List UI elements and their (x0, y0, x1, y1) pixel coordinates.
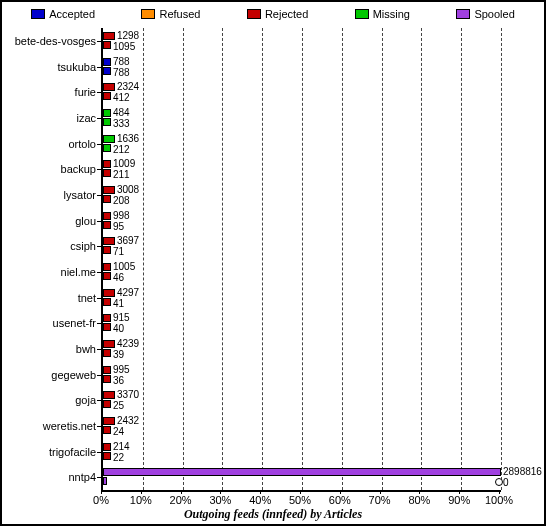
data-row: 369771 (103, 233, 501, 259)
bar-top (103, 443, 111, 451)
value-label-bottom: 1095 (113, 42, 135, 52)
bar-top (103, 289, 115, 297)
xtick-label: 90% (448, 494, 470, 506)
value-label-bottom: 333 (113, 119, 130, 129)
bar-top (103, 417, 115, 425)
data-row: 12981095 (103, 28, 501, 54)
ytick-mark (97, 246, 101, 247)
legend-label: Missing (373, 8, 410, 20)
legend-item-rejected: Rejected (247, 8, 308, 20)
xtick-label: 30% (209, 494, 231, 506)
bar-bottom (103, 452, 111, 460)
ytick-label: furie (2, 86, 96, 98)
bar-bottom (103, 272, 111, 280)
bar-bottom (103, 67, 111, 75)
value-label-bottom: 25 (113, 401, 124, 411)
bar-top (103, 186, 115, 194)
data-row: 21422 (103, 439, 501, 465)
ytick-label: ortolo (2, 138, 96, 150)
value-label-bottom: 22 (113, 453, 124, 463)
ytick-mark (97, 41, 101, 42)
bar-bottom (103, 41, 111, 49)
ytick-label: bete-des-vosges (2, 35, 96, 47)
xtick-label: 50% (289, 494, 311, 506)
ytick-label: nntp4 (2, 471, 96, 483)
ytick-mark (97, 118, 101, 119)
value-label-bottom: 36 (113, 376, 124, 386)
xtick-label: 20% (170, 494, 192, 506)
bar-top (103, 160, 111, 168)
grid-line (501, 28, 502, 490)
data-row: 243224 (103, 413, 501, 439)
data-row: 788788 (103, 54, 501, 80)
ytick-mark (97, 169, 101, 170)
data-row: 337025 (103, 387, 501, 413)
value-label-bottom: 46 (113, 273, 124, 283)
legend-item-refused: Refused (141, 8, 200, 20)
xtick-label: 80% (408, 494, 430, 506)
bar-bottom (103, 298, 111, 306)
value-label-bottom: 95 (113, 222, 124, 232)
bar-bottom (103, 477, 107, 485)
xtick-label: 70% (369, 494, 391, 506)
ytick-label: usenet-fr (2, 317, 96, 329)
value-label-top: 4239 (117, 339, 139, 349)
value-label-top: 998 (113, 211, 130, 221)
ytick-mark (97, 375, 101, 376)
bar-bottom (103, 195, 111, 203)
ytick-label: bwh (2, 343, 96, 355)
data-row: 3008208 (103, 182, 501, 208)
bar-top (103, 263, 111, 271)
legend-label: Spooled (474, 8, 514, 20)
legend-label: Accepted (49, 8, 95, 20)
value-label-top: 995 (113, 365, 130, 375)
value-label-bottom: 41 (113, 299, 124, 309)
chart-frame: Accepted Refused Rejected Missing Spoole… (0, 0, 546, 526)
data-row: 28988160 (103, 464, 501, 490)
xtick-label: 100% (485, 494, 513, 506)
bar-top (103, 32, 115, 40)
ytick-mark (97, 477, 101, 478)
legend-label: Rejected (265, 8, 308, 20)
legend-item-accepted: Accepted (31, 8, 95, 20)
ytick-label: trigofacile (2, 446, 96, 458)
ytick-mark (97, 349, 101, 350)
ytick-label: niel.me (2, 266, 96, 278)
bar-top (103, 366, 111, 374)
bar-bottom (103, 375, 111, 383)
bar-top (103, 109, 111, 117)
value-label-top: 214 (113, 442, 130, 452)
value-label-top: 4297 (117, 288, 139, 298)
xtick-label: 60% (329, 494, 351, 506)
data-row: 99536 (103, 362, 501, 388)
bar-bottom (103, 221, 111, 229)
bar-top (103, 58, 111, 66)
bar-bottom (103, 349, 111, 357)
value-label-top: 1005 (113, 262, 135, 272)
bar-bottom (103, 323, 111, 331)
bar-bottom (103, 400, 111, 408)
ytick-label: gegeweb (2, 369, 96, 381)
ytick-mark (97, 221, 101, 222)
value-label-top: 1636 (117, 134, 139, 144)
value-label-top: 2898816 (503, 467, 542, 477)
bar-top (103, 83, 115, 91)
bar-bottom (103, 169, 111, 177)
x-axis-label: Outgoing feeds (innfeed) by Articles (2, 507, 544, 522)
plot-area: 1298109578878823244124843331636212100921… (101, 28, 501, 492)
ytick-mark (97, 195, 101, 196)
xtick-label: 10% (130, 494, 152, 506)
ytick-label: glou (2, 215, 96, 227)
ytick-mark (97, 452, 101, 453)
value-label-bottom: 0 (503, 478, 509, 488)
data-row: 429741 (103, 285, 501, 311)
value-label-top: 3370 (117, 390, 139, 400)
swatch-refused-icon (141, 9, 155, 19)
bar-top (103, 340, 115, 348)
value-label-bottom: 212 (113, 145, 130, 155)
bar-bottom (103, 118, 111, 126)
value-label-top: 1298 (117, 31, 139, 41)
bar-bottom (103, 426, 111, 434)
bar-top (103, 391, 115, 399)
value-label-bottom: 71 (113, 247, 124, 257)
